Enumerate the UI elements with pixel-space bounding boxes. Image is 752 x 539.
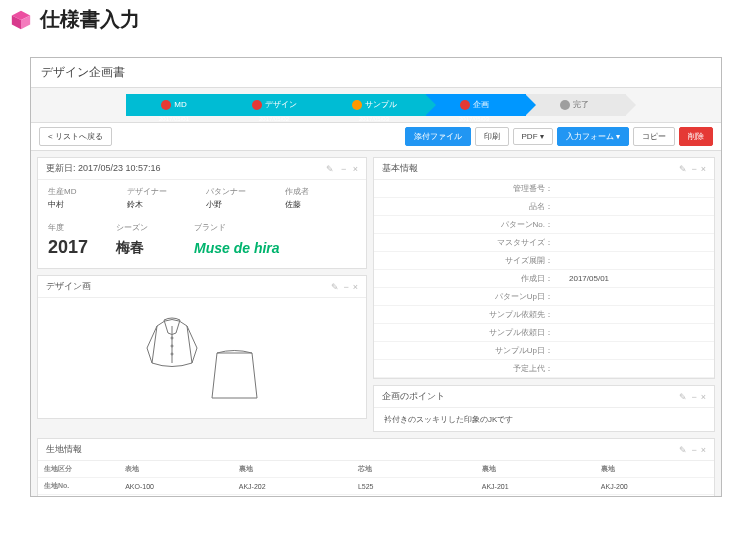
step-design[interactable]: デザイン2017/05/02 — [226, 94, 326, 116]
design-card-title: デザイン画 — [46, 280, 91, 293]
plan-brand-label: ブランド — [194, 222, 356, 233]
role-md-value: 中村 — [48, 199, 119, 210]
card-close-icon[interactable]: × — [701, 392, 706, 402]
design-image — [38, 298, 366, 418]
card-edit-icon[interactable]: ✎ — [679, 445, 687, 455]
card-minimize-icon[interactable]: − — [691, 445, 696, 455]
outer-title: 仕様書入力 — [0, 0, 752, 39]
card-close-icon[interactable]: × — [701, 445, 706, 455]
step-done[interactable]: 完了 — [526, 94, 626, 116]
cube-icon — [10, 9, 32, 31]
step-sample[interactable]: サンプル2017/05/03 — [326, 94, 426, 116]
role-md-label: 生産MD — [48, 186, 119, 197]
card-close-icon[interactable]: × — [701, 164, 706, 174]
role-author-value: 佐藤 — [285, 199, 356, 210]
print-button[interactable]: 印刷 — [475, 127, 509, 146]
role-designer-label: デザイナー — [127, 186, 198, 197]
role-patterner-value: 小野 — [206, 199, 277, 210]
summary-card: 更新日: 2017/05/23 10:57:16 ✎ − × 生産MD デザイナ… — [37, 157, 367, 269]
card-minimize-icon[interactable]: − — [341, 164, 346, 174]
basic-info-table: 管理番号： 品名： パターンNo.： マスタサイズ： サイズ展開： 作成日：20… — [374, 180, 714, 378]
card-edit-icon[interactable]: ✎ — [331, 282, 339, 292]
card-edit-icon[interactable]: ✎ — [326, 164, 334, 174]
table-row: 生地No.AKO-100AKJ-202L525AKJ-201AKJ-200 — [38, 478, 714, 495]
card-minimize-icon[interactable]: − — [691, 164, 696, 174]
card-minimize-icon[interactable]: − — [691, 392, 696, 402]
table-row: 生地区分 表地 裏地 芯地 裏地 裏地 — [38, 461, 714, 478]
back-button[interactable]: < リストへ戻る — [39, 127, 112, 146]
app-frame: デザイン企画書 MD2017/05/01 デザイン2017/05/02 サンプル… — [30, 57, 722, 497]
copy-button[interactable]: コピー — [633, 127, 675, 146]
plan-point-card: 企画のポイント ✎−× 衿付きのスッキリした印象のJKです — [373, 385, 715, 432]
delete-button[interactable]: 削除 — [679, 127, 713, 146]
update-timestamp: 更新日: 2017/05/23 10:57:16 — [46, 162, 161, 175]
card-edit-icon[interactable]: ✎ — [679, 164, 687, 174]
plan-point-title: 企画のポイント — [382, 390, 445, 403]
card-close-icon[interactable]: × — [353, 164, 358, 174]
card-minimize-icon[interactable]: − — [343, 282, 348, 292]
role-designer-value: 鈴木 — [127, 199, 198, 210]
material-card: 生地情報 ✎−× 生地区分 表地 裏地 芯地 裏地 裏地 生地No.AKO-10… — [37, 438, 715, 497]
table-row: 生地名綿麻ベンベルグ210バイリーンベンベルグ200ベンベルグ100 — [38, 495, 714, 498]
basic-info-card: 基本情報 ✎−× 管理番号： 品名： パターンNo.： マスタサイズ： サイズ展… — [373, 157, 715, 379]
plan-brand: Muse de hira — [194, 240, 356, 256]
step-md[interactable]: MD2017/05/01 — [126, 94, 226, 116]
material-title: 生地情報 — [46, 443, 82, 456]
workflow-steps: MD2017/05/01 デザイン2017/05/02 サンプル2017/05/… — [31, 88, 721, 122]
attach-button[interactable]: 添付ファイル — [405, 127, 471, 146]
step-plan[interactable]: 企画2017/05/03 — [426, 94, 526, 116]
page-title: 仕様書入力 — [40, 6, 140, 33]
toolbar: < リストへ戻る 添付ファイル 印刷 PDF ▾ 入力フォーム ▾ コピー 削除 — [31, 122, 721, 151]
role-author-label: 作成者 — [285, 186, 356, 197]
panel-title: デザイン企画書 — [31, 58, 721, 88]
design-image-card: デザイン画 ✎−× — [37, 275, 367, 419]
card-close-icon[interactable]: × — [353, 282, 358, 292]
plan-year: 2017 — [48, 237, 108, 258]
card-edit-icon[interactable]: ✎ — [679, 392, 687, 402]
role-patterner-label: パタンナー — [206, 186, 277, 197]
basic-info-title: 基本情報 — [382, 162, 418, 175]
card-controls: ✎ − × — [322, 164, 358, 174]
form-button[interactable]: 入力フォーム ▾ — [557, 127, 629, 146]
plan-season: 梅春 — [116, 239, 186, 257]
plan-point-text: 衿付きのスッキリした印象のJKです — [374, 408, 714, 431]
plan-year-label: 年度 — [48, 222, 108, 233]
material-table: 生地区分 表地 裏地 芯地 裏地 裏地 生地No.AKO-100AKJ-202L… — [38, 461, 714, 497]
pdf-button[interactable]: PDF ▾ — [513, 128, 553, 145]
plan-season-label: シーズン — [116, 222, 186, 233]
